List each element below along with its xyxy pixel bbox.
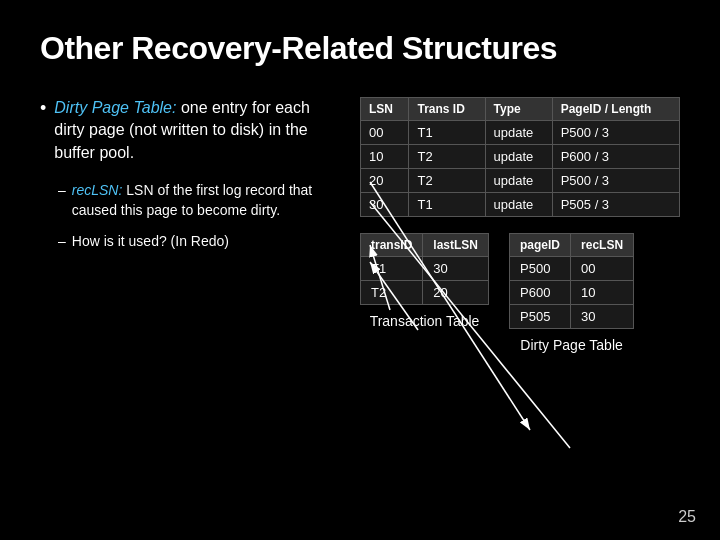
tt-header-lastlsn: lastLSN [423, 234, 489, 257]
log-cell-transid-0: T1 [409, 121, 485, 145]
log-cell-type-2: update [485, 169, 552, 193]
tt-cell-20: 20 [423, 281, 489, 305]
dpt-cell-10: 10 [571, 281, 634, 305]
dpt-header-reclsn: recLSN [571, 234, 634, 257]
log-cell-transid-3: T1 [409, 193, 485, 217]
dirty-page-table-group: pageID recLSN P500 00 P600 10 [509, 233, 634, 353]
dirty-page-table: pageID recLSN P500 00 P600 10 [509, 233, 634, 329]
slide: Other Recovery-Related Structures • Dirt… [0, 0, 720, 540]
main-bullet-text: Dirty Page Table: one entry for each dir… [54, 97, 330, 164]
transaction-table: transID lastLSN T1 30 T2 20 [360, 233, 489, 305]
log-row-3: 30 T1 update P505 / 3 [361, 193, 680, 217]
log-cell-type-0: update [485, 121, 552, 145]
tt-row-1: T2 20 [361, 281, 489, 305]
log-cell-lsn-2: 20 [361, 169, 409, 193]
tt-cell-30: 30 [423, 257, 489, 281]
right-panel: LSN Trans ID Type PageID / Length 00 T1 … [360, 97, 680, 353]
dpt-cell-p500: P500 [510, 257, 571, 281]
log-cell-pageid-2: P500 / 3 [552, 169, 679, 193]
content-area: • Dirty Page Table: one entry for each d… [40, 97, 680, 353]
dpt-cell-00: 00 [571, 257, 634, 281]
log-cell-pageid-1: P600 / 3 [552, 145, 679, 169]
dirty-page-table-label: Dirty Page Table [509, 337, 634, 353]
dash-1: – [58, 180, 66, 221]
tt-header-transid: transID [361, 234, 423, 257]
sub-bullet-2-text: How is it used? (In Redo) [72, 231, 229, 251]
log-cell-pageid-0: P500 / 3 [552, 121, 679, 145]
main-bullet: • Dirty Page Table: one entry for each d… [40, 97, 330, 164]
dash-2: – [58, 231, 66, 251]
page-number: 25 [678, 508, 696, 526]
log-row-2: 20 T2 update P500 / 3 [361, 169, 680, 193]
dpt-cell-30: 30 [571, 305, 634, 329]
log-table: LSN Trans ID Type PageID / Length 00 T1 … [360, 97, 680, 217]
sub-bullet-2: – How is it used? (In Redo) [58, 231, 330, 251]
log-cell-type-3: update [485, 193, 552, 217]
log-row-0: 00 T1 update P500 / 3 [361, 121, 680, 145]
dpt-cell-p505: P505 [510, 305, 571, 329]
dpt-header-pageid: pageID [510, 234, 571, 257]
log-cell-lsn-3: 30 [361, 193, 409, 217]
tt-row-0: T1 30 [361, 257, 489, 281]
log-cell-pageid-3: P505 / 3 [552, 193, 679, 217]
log-cell-lsn-1: 10 [361, 145, 409, 169]
log-header-lsn: LSN [361, 98, 409, 121]
transaction-table-label: Transaction Table [360, 313, 489, 329]
slide-title: Other Recovery-Related Structures [40, 30, 680, 67]
dpt-row-2: P505 30 [510, 305, 634, 329]
log-header-transid: Trans ID [409, 98, 485, 121]
bottom-tables: transID lastLSN T1 30 T2 20 [360, 233, 680, 353]
transaction-table-group: transID lastLSN T1 30 T2 20 [360, 233, 489, 329]
sub-bullets: – recLSN: LSN of the first log record th… [58, 180, 330, 251]
log-row-1: 10 T2 update P600 / 3 [361, 145, 680, 169]
dpt-cell-p600: P600 [510, 281, 571, 305]
log-cell-lsn-0: 00 [361, 121, 409, 145]
log-cell-transid-2: T2 [409, 169, 485, 193]
log-cell-transid-1: T2 [409, 145, 485, 169]
bullet-dot: • [40, 97, 46, 164]
dpt-row-0: P500 00 [510, 257, 634, 281]
log-header-type: Type [485, 98, 552, 121]
tt-cell-t2: T2 [361, 281, 423, 305]
sub-bullet-1-text: recLSN: LSN of the first log record that… [72, 180, 330, 221]
left-panel: • Dirty Page Table: one entry for each d… [40, 97, 330, 261]
log-cell-type-1: update [485, 145, 552, 169]
log-header-pageid: PageID / Length [552, 98, 679, 121]
tt-cell-t1: T1 [361, 257, 423, 281]
sub-bullet-1: – recLSN: LSN of the first log record th… [58, 180, 330, 221]
dpt-row-1: P600 10 [510, 281, 634, 305]
